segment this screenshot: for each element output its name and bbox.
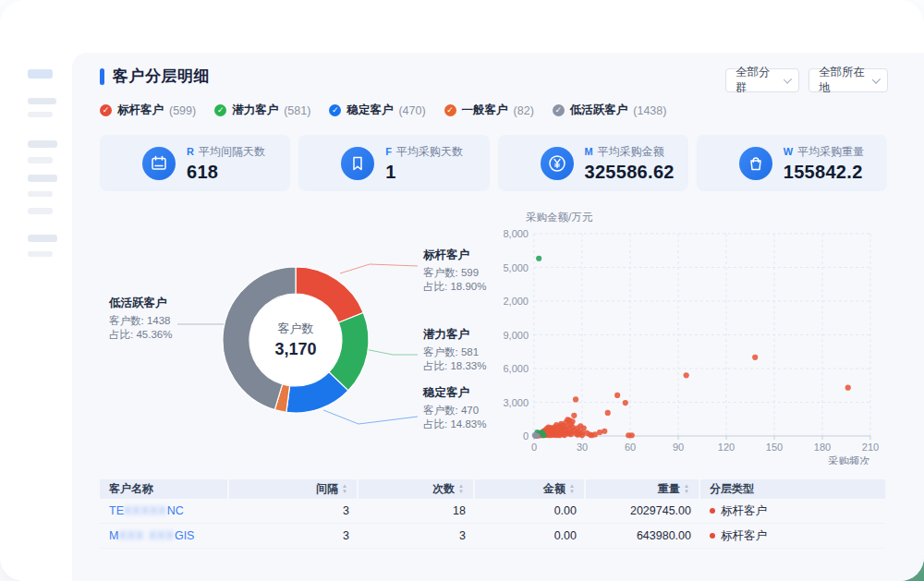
sidebar-item[interactable] xyxy=(28,157,53,163)
bag-icon xyxy=(739,147,772,180)
callout-title: 低活跃客户 xyxy=(109,296,220,311)
page: 客户分层明细 全部分群 全部所在地 ✓ 标杆客户 (599) xyxy=(0,0,924,581)
cell-weight: 2029745.00 xyxy=(586,499,700,523)
legend-count: (599) xyxy=(169,104,196,117)
title-bar: 客户分层明细 xyxy=(100,66,210,87)
metric-value: 1 xyxy=(385,162,463,183)
svg-text:12,000: 12,000 xyxy=(504,296,529,307)
svg-text:3,000: 3,000 xyxy=(504,397,529,408)
metric-value: 155842.2 xyxy=(784,162,864,183)
svg-text:60: 60 xyxy=(625,442,636,453)
check-circle-icon: ✓ xyxy=(100,104,112,116)
sort-icon[interactable]: ▲▼ xyxy=(569,484,575,494)
legend-item-low-active[interactable]: ✓ 低活跃客户 (1438) xyxy=(553,103,667,118)
legend-item-benchmark[interactable]: ✓ 标杆客户 (599) xyxy=(100,103,196,118)
location-filter-dropdown[interactable]: 全部所在地 xyxy=(808,68,888,92)
sidebar xyxy=(0,0,72,581)
sidebar-item[interactable] xyxy=(28,208,53,214)
sidebar-item[interactable] xyxy=(28,235,57,242)
col-label: 间隔 xyxy=(316,481,338,497)
col-label: 金额 xyxy=(543,481,565,497)
legend-label: 标杆客户 xyxy=(117,103,164,118)
legend-label: 潜力客户 xyxy=(232,103,278,118)
bookmark-icon xyxy=(341,147,374,180)
legend-label: 低活跃客户 xyxy=(570,103,628,118)
scatter-plot: 03,0006,0009,00012,00015,00018,000030609… xyxy=(504,208,882,465)
svg-text:210: 210 xyxy=(862,442,879,453)
col-header-type: 分层类型 xyxy=(700,479,885,499)
group-filter-dropdown[interactable]: 全部分群 xyxy=(725,68,799,92)
cell-interval: 3 xyxy=(229,524,359,548)
svg-text:6,000: 6,000 xyxy=(504,363,529,374)
yuan-coin-icon xyxy=(541,147,574,180)
legend-item-general[interactable]: ✓ 一般客户 (82) xyxy=(444,103,534,118)
redacted-text: XXXXX xyxy=(124,504,167,517)
sidebar-item[interactable] xyxy=(28,140,57,148)
svg-text:采购频次: 采购频次 xyxy=(828,455,870,465)
chevron-down-icon xyxy=(784,75,792,83)
svg-text:90: 90 xyxy=(673,442,684,453)
col-header-interval[interactable]: 间隔▲▼ xyxy=(229,479,359,499)
title-accent-bar xyxy=(100,68,104,85)
col-header-weight[interactable]: 重量▲▼ xyxy=(586,479,700,499)
svg-text:150: 150 xyxy=(766,442,783,453)
cell-weight: 643980.00 xyxy=(586,524,700,548)
table-row[interactable]: TEXXXXXNC 3 18 0.00 2029745.00 标杆客户 xyxy=(100,499,885,524)
sidebar-item[interactable] xyxy=(28,98,56,104)
sidebar-item[interactable] xyxy=(28,191,53,197)
sort-icon[interactable]: ▲▼ xyxy=(342,484,347,494)
legend-item-potential[interactable]: ✓ 潜力客户 (581) xyxy=(214,103,310,118)
sidebar-item[interactable] xyxy=(28,251,53,257)
cell-amount: 0.00 xyxy=(475,499,586,523)
legend-count: (82) xyxy=(514,104,534,117)
sidebar-item-active[interactable] xyxy=(28,69,53,79)
sidebar-item[interactable] xyxy=(28,112,53,117)
customer-name-link[interactable]: TEXXXXXNC xyxy=(109,504,184,517)
app-window: 客户分层明细 全部分群 全部所在地 ✓ 标杆客户 (599) xyxy=(0,0,924,581)
stat-cards: R平均间隔天数 618 F平均采购天数 1 xyxy=(100,135,887,191)
callout-count: 客户数: 1438 xyxy=(109,314,220,328)
metric-value: 618 xyxy=(187,162,265,183)
customer-name-link[interactable]: MXXX XXXGIS xyxy=(109,529,194,542)
legend-count: (1438) xyxy=(633,104,666,117)
table-row[interactable]: MXXX XXXGIS 3 3 0.00 643980.00 标杆客户 xyxy=(100,524,885,549)
metric-label: 平均采购金额 xyxy=(598,144,664,160)
main-panel: 客户分层明细 全部分群 全部所在地 ✓ 标杆客户 (599) xyxy=(72,53,924,581)
col-header-amount[interactable]: 金额▲▼ xyxy=(475,479,586,499)
col-label: 分层类型 xyxy=(710,481,754,497)
col-header-times[interactable]: 次数▲▼ xyxy=(359,479,475,499)
svg-text:120: 120 xyxy=(718,442,735,453)
check-circle-icon: ✓ xyxy=(553,104,565,116)
svg-text:180: 180 xyxy=(814,442,831,453)
stat-card-frequency: F平均采购天数 1 xyxy=(298,135,489,191)
sidebar-item[interactable] xyxy=(28,175,57,182)
cell-type: 标杆客户 xyxy=(700,524,885,548)
group-filter-label: 全部分群 xyxy=(736,65,776,96)
type-dot-icon xyxy=(710,533,715,539)
filter-bar: 全部分群 全部所在地 xyxy=(725,68,888,92)
callout-pct: 占比: 45.36% xyxy=(109,328,220,342)
customer-table: 客户名称 间隔▲▼ 次数▲▼ 金额▲▼ 重量▲▼ 分层类型 TEXXXXXNC … xyxy=(100,479,885,549)
metric-label: 平均采购重量 xyxy=(797,144,864,160)
cell-type: 标杆客户 xyxy=(700,499,885,523)
legend-item-stable[interactable]: ✓ 稳定客户 (470) xyxy=(329,103,425,118)
stat-card-monetary: M平均采购金额 325586.62 xyxy=(498,135,688,191)
legend-count: (470) xyxy=(398,104,425,117)
svg-text:30: 30 xyxy=(577,442,588,453)
stat-card-recency: R平均间隔天数 618 xyxy=(100,135,290,191)
type-dot-icon xyxy=(710,508,715,514)
metric-letter: M xyxy=(585,146,593,157)
col-label: 次数 xyxy=(432,481,455,497)
callout-low-active: 低活跃客户 客户数: 1438 占比: 45.36% xyxy=(109,296,220,342)
metric-letter: R xyxy=(187,146,194,157)
segment-legend: ✓ 标杆客户 (599) ✓ 潜力客户 (581) ✓ 稳定客户 (470) ✓… xyxy=(100,103,666,118)
metric-letter: W xyxy=(784,146,793,157)
metric-value: 325586.62 xyxy=(585,162,675,183)
chevron-down-icon xyxy=(872,75,881,83)
svg-text:9,000: 9,000 xyxy=(504,330,529,341)
cell-amount: 0.00 xyxy=(475,524,586,548)
sort-icon[interactable]: ▲▼ xyxy=(684,484,689,494)
donut-rings xyxy=(222,266,370,414)
cell-times: 18 xyxy=(359,499,475,523)
sort-icon[interactable]: ▲▼ xyxy=(458,484,464,494)
